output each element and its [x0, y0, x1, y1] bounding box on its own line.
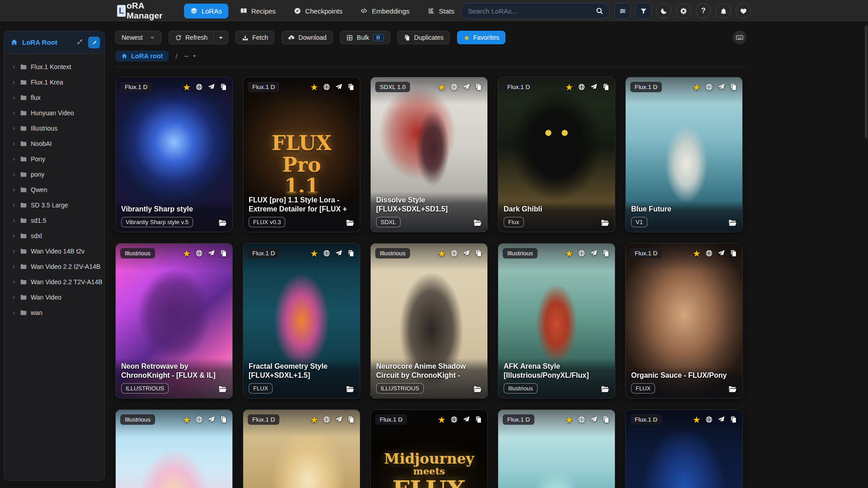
favorite-star-icon[interactable]: ★	[565, 249, 573, 258]
tree-item-wan-video-14b-t2v[interactable]: Wan Video 14B t2v	[7, 244, 101, 259]
copy-icon[interactable]	[602, 416, 610, 425]
search-icon[interactable]	[595, 7, 604, 15]
favorite-star-icon[interactable]: ★	[310, 415, 318, 424]
favorite-star-icon[interactable]: ★	[183, 249, 191, 258]
tree-item-flux[interactable]: flux	[7, 90, 101, 105]
send-icon[interactable]	[335, 249, 343, 259]
favorite-star-icon[interactable]: ★	[438, 83, 446, 92]
refresh-options-button[interactable]	[214, 31, 228, 44]
notifications-button[interactable]	[716, 3, 731, 19]
send-icon[interactable]	[462, 416, 470, 425]
globe-icon[interactable]	[705, 83, 713, 93]
send-icon[interactable]	[208, 249, 215, 259]
send-icon[interactable]	[717, 83, 725, 93]
app-logo[interactable]: L oRA Manager	[117, 1, 168, 21]
tree-item-sd1-5[interactable]: sd1.5	[7, 213, 101, 228]
send-icon[interactable]	[462, 249, 470, 259]
globe-icon[interactable]	[323, 416, 330, 425]
tree-item-flux-1-krea[interactable]: Flux.1 Krea	[7, 75, 101, 90]
search-input[interactable]	[467, 7, 592, 15]
send-icon[interactable]	[590, 83, 598, 93]
sort-select[interactable]: Newest	[115, 31, 161, 44]
open-folder-icon[interactable]	[345, 385, 354, 394]
open-folder-icon[interactable]	[345, 218, 354, 227]
tree-item-noobai[interactable]: NoobAI	[7, 136, 101, 151]
globe-icon[interactable]	[195, 416, 203, 425]
favorite-star-icon[interactable]: ★	[183, 83, 191, 92]
pin-sidebar-button[interactable]	[88, 37, 100, 48]
tree-item-wan[interactable]: wan	[7, 305, 101, 320]
lora-card[interactable]: Illustrious★AFK Arena Style [Illustrious…	[498, 243, 615, 399]
lora-card[interactable]: Illustrious★Neon Retrowave by ChronoKnig…	[115, 243, 233, 399]
tree-item-flux-1-kontext[interactable]: Flux.1 Kontext	[7, 59, 101, 75]
globe-icon[interactable]	[450, 83, 458, 93]
copy-icon[interactable]	[347, 249, 355, 259]
nav-item-stats[interactable]: Stats	[421, 4, 461, 19]
copy-icon[interactable]	[602, 249, 610, 259]
nav-item-loras[interactable]: LoRAs	[184, 4, 228, 19]
open-folder-icon[interactable]	[473, 218, 482, 227]
copy-icon[interactable]	[347, 83, 355, 93]
copy-icon[interactable]	[475, 416, 482, 425]
tree-item-pony[interactable]: pony	[7, 167, 101, 182]
tree-item-wan-video-2-2-i2v-a14b[interactable]: Wan Video 2.2 I2V-A14B	[7, 259, 101, 274]
lora-card[interactable]: Flux.1 D★	[243, 409, 360, 488]
favorite-star-icon[interactable]: ★	[183, 415, 191, 424]
lora-card[interactable]: Flux.1 D★Blue FutureV1	[625, 77, 743, 232]
tree-item-hunyuan-video[interactable]: Hunyuan Video	[7, 105, 101, 121]
globe-icon[interactable]	[323, 249, 330, 259]
send-icon[interactable]	[335, 83, 343, 93]
filter-button[interactable]	[635, 3, 651, 19]
lora-card[interactable]: Flux.1 D★	[498, 409, 615, 488]
collapse-tree-button[interactable]	[75, 38, 84, 47]
help-button[interactable]: ?	[696, 3, 711, 19]
globe-icon[interactable]	[450, 416, 458, 425]
copy-icon[interactable]	[220, 416, 227, 425]
send-icon[interactable]	[717, 249, 725, 259]
send-icon[interactable]	[462, 83, 470, 93]
send-icon[interactable]	[717, 416, 725, 425]
globe-icon[interactable]	[195, 83, 203, 93]
send-icon[interactable]	[208, 416, 215, 425]
open-folder-icon[interactable]	[728, 218, 737, 227]
copy-icon[interactable]	[730, 83, 737, 93]
copy-icon[interactable]	[220, 83, 227, 93]
page-scrollbar[interactable]	[865, 23, 868, 488]
send-icon[interactable]	[208, 83, 215, 93]
lora-card[interactable]: Illustrious★	[115, 409, 233, 488]
lora-card[interactable]: Flux.1 D★Vibrantly Sharp styleVibrantly …	[115, 77, 233, 232]
lora-card[interactable]: MidjourneymeetsFLUXFlux.1 D★	[370, 409, 488, 488]
globe-icon[interactable]	[578, 83, 585, 93]
copy-icon[interactable]	[602, 83, 610, 93]
globe-icon[interactable]	[578, 249, 585, 259]
open-folder-icon[interactable]	[218, 385, 227, 394]
keyboard-shortcuts-button[interactable]	[733, 31, 746, 44]
fetch-button[interactable]: Fetch	[236, 31, 274, 44]
favorite-star-icon[interactable]: ★	[565, 415, 573, 424]
favorite-star-icon[interactable]: ★	[438, 249, 446, 258]
favorite-star-icon[interactable]: ★	[693, 415, 701, 424]
support-button[interactable]	[736, 3, 751, 19]
copy-icon[interactable]	[347, 416, 355, 425]
globe-icon[interactable]	[578, 416, 585, 425]
breadcrumb-root[interactable]: LoRA root	[115, 51, 169, 61]
favorite-star-icon[interactable]: ★	[310, 249, 318, 258]
refresh-button[interactable]: Refresh	[169, 31, 214, 44]
open-folder-icon[interactable]	[600, 385, 609, 394]
favorite-star-icon[interactable]: ★	[693, 83, 701, 92]
tree-item-pony[interactable]: Pony	[7, 151, 101, 167]
favorite-star-icon[interactable]: ★	[438, 415, 446, 424]
send-icon[interactable]	[335, 416, 343, 425]
copy-icon[interactable]	[730, 249, 737, 259]
duplicates-button[interactable]: Duplicates	[397, 31, 450, 44]
globe-icon[interactable]	[195, 249, 203, 259]
copy-icon[interactable]	[220, 249, 227, 259]
send-icon[interactable]	[590, 416, 598, 425]
globe-icon[interactable]	[705, 249, 713, 259]
tree-item-wan-video-2-2-t2v-a14b[interactable]: Wan Video 2.2 T2V-A14B	[7, 274, 101, 290]
lora-card[interactable]: Flux.1 D★Dark GhibliFlux	[498, 77, 615, 232]
globe-icon[interactable]	[323, 83, 330, 93]
lora-card[interactable]: Illustrious★Neurocore Anime Shadow Circu…	[370, 243, 488, 399]
favorite-star-icon[interactable]: ★	[565, 83, 573, 92]
dark-mode-button[interactable]	[656, 3, 671, 19]
